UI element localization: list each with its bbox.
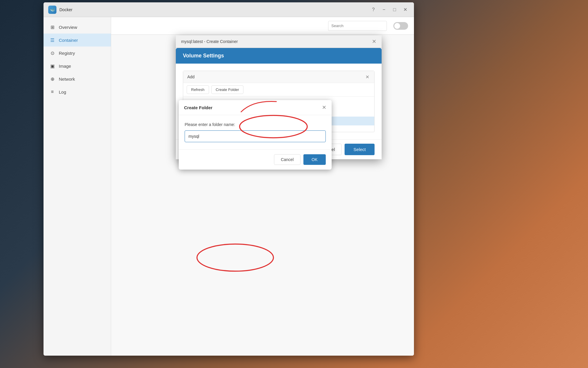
add-dialog-header: Add ✕ <box>183 71 374 83</box>
close-button[interactable]: ✕ <box>401 6 409 14</box>
network-icon: ⊕ <box>49 76 55 82</box>
volume-settings-title: Volume Settings <box>183 53 224 59</box>
maximize-button[interactable]: □ <box>390 6 399 14</box>
log-icon: ≡ <box>49 89 55 95</box>
title-bar: 🐳 Docker ? − □ ✕ <box>44 2 414 17</box>
cf-cancel-button[interactable]: Cancel <box>274 154 300 165</box>
volume-modal-body: Add ✕ Refresh Create Folder ▼ <box>176 64 382 139</box>
main-content: mysql:latest - Create Container ✕ Volume… <box>111 17 414 356</box>
sidebar: ⊞ Overview ☰ Container ⊙ Registry ▣ Imag… <box>44 17 111 356</box>
add-dialog-title: Add <box>187 74 195 79</box>
cf-label: Please enter a folder name: <box>185 122 326 127</box>
sidebar-item-log[interactable]: ≡ Log <box>44 85 111 98</box>
create-folder-button[interactable]: Create Folder <box>211 85 243 94</box>
sidebar-label-container: Container <box>59 38 78 43</box>
sidebar-label-log: Log <box>59 89 66 95</box>
cf-footer: Cancel OK <box>179 149 332 170</box>
app-body: ⊞ Overview ☰ Container ⊙ Registry ▣ Imag… <box>44 17 414 356</box>
outer-modal-title: mysql:latest - Create Container <box>181 39 238 44</box>
volume-settings-header: Volume Settings <box>176 48 382 64</box>
folder-name-input[interactable] <box>185 130 326 142</box>
help-button[interactable]: ? <box>369 6 377 14</box>
outer-modal-close-button[interactable]: ✕ <box>372 38 376 45</box>
volume-settings-modal: mysql:latest - Create Container ✕ Volume… <box>176 35 382 159</box>
window-controls: ? − □ ✕ <box>369 6 409 14</box>
sidebar-label-network: Network <box>59 77 75 82</box>
select-button[interactable]: Select <box>345 144 375 155</box>
add-dialog-close-button[interactable]: ✕ <box>364 74 370 80</box>
overview-icon: ⊞ <box>49 24 55 30</box>
app-logo: 🐳 <box>48 6 56 14</box>
sidebar-label-image: Image <box>59 64 71 69</box>
cf-body: Please enter a folder name: <box>179 115 332 149</box>
toggle-switch[interactable] <box>393 22 408 30</box>
image-icon: ▣ <box>49 63 55 69</box>
sidebar-item-network[interactable]: ⊕ Network <box>44 72 111 85</box>
cf-header: Create Folder ✕ <box>179 100 332 115</box>
sidebar-item-overview[interactable]: ⊞ Overview <box>44 21 111 34</box>
cf-close-button[interactable]: ✕ <box>322 104 326 111</box>
minimize-button[interactable]: − <box>380 6 388 14</box>
add-dialog-toolbar: Refresh Create Folder <box>183 83 374 97</box>
sidebar-item-image[interactable]: ▣ Image <box>44 59 111 72</box>
app-title: Docker <box>59 7 72 12</box>
search-input[interactable] <box>328 21 387 31</box>
outer-modal-header: mysql:latest - Create Container ✕ <box>176 35 382 48</box>
registry-icon: ⊙ <box>49 50 55 56</box>
cf-ok-button[interactable]: OK <box>303 154 326 165</box>
create-folder-dialog: Create Folder ✕ Please enter a folder na… <box>179 100 332 170</box>
top-bar <box>111 17 414 35</box>
container-icon: ☰ <box>49 37 55 43</box>
docker-icon: 🐳 <box>50 7 55 12</box>
sidebar-item-container[interactable]: ☰ Container <box>44 34 111 47</box>
sidebar-label-overview: Overview <box>59 25 77 30</box>
cf-title: Create Folder <box>184 105 213 110</box>
app-window: 🐳 Docker ? − □ ✕ ⊞ Overview ☰ Container … <box>44 2 414 356</box>
toggle-knob <box>394 23 400 29</box>
refresh-button[interactable]: Refresh <box>187 85 209 94</box>
sidebar-label-registry: Registry <box>59 51 75 56</box>
sidebar-item-registry[interactable]: ⊙ Registry <box>44 47 111 59</box>
